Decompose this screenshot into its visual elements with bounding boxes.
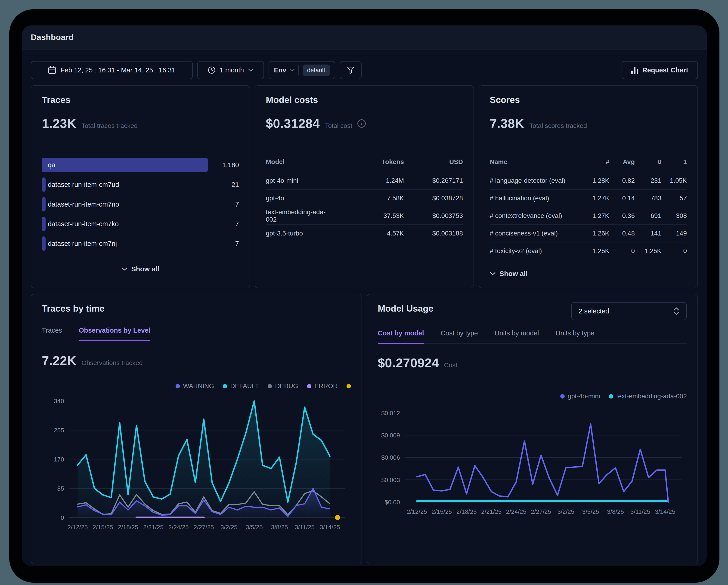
legend-dot <box>223 384 227 389</box>
card-title: Model Usage <box>378 303 434 314</box>
model-costs-card: Model costs $0.31284 Total cost i ModelT… <box>255 85 474 288</box>
table-cell: gpt-3.5-turbo <box>266 230 332 237</box>
legend-dot <box>560 394 565 399</box>
column-header-0: 0 <box>635 158 661 166</box>
trace-value: 7 <box>208 201 239 208</box>
trace-value: 7 <box>208 220 239 228</box>
time-window-dropdown[interactable]: 1 month <box>197 61 264 79</box>
legend-label: DEBUG <box>275 382 298 390</box>
legend-label: WARNING <box>183 382 214 390</box>
trace-bar <box>42 197 46 211</box>
svg-text:255: 255 <box>54 427 64 434</box>
chevron-down-icon <box>248 69 254 72</box>
filter-funnel-icon <box>347 66 355 74</box>
card-title: Traces <box>42 95 239 105</box>
chevron-down-icon <box>490 272 496 275</box>
table-cell: 1.25K <box>575 247 609 255</box>
column-header-name: Name <box>490 158 575 166</box>
env-value-badge[interactable]: default <box>303 64 330 76</box>
legend-dot <box>176 384 180 389</box>
table-cell: $0.267171 <box>404 177 463 184</box>
trace-bar <box>42 236 46 251</box>
divider <box>298 65 299 75</box>
card-title: Model costs <box>266 95 463 105</box>
card-title: Scores <box>490 95 687 105</box>
svg-text:3/5/25: 3/5/25 <box>582 508 599 515</box>
tab-traces[interactable]: Traces <box>42 327 62 341</box>
traces-card: Traces 1.23K Total traces tracked qa1,18… <box>31 85 250 288</box>
table-cell: 0 <box>609 247 635 255</box>
trace-value: 7 <box>208 240 239 247</box>
table-row: # language-detector (eval)1.28K0.822311.… <box>490 172 687 190</box>
svg-text:2/15/25: 2/15/25 <box>432 508 452 515</box>
table-header: Name#Avg01 <box>490 158 687 172</box>
traces-by-time-card: Traces by time TracesObservations by Lev… <box>31 294 362 564</box>
show-all-button[interactable]: Show all <box>490 270 687 277</box>
trace-label: qa <box>48 158 55 172</box>
metric-value: 1.23K <box>42 116 76 131</box>
filter-button[interactable] <box>340 61 362 79</box>
column-header-usd: USD <box>404 158 463 166</box>
legend-item-unlabeled <box>346 384 351 389</box>
model-usage-tabs: Cost by modelCost by typeUnits by modelU… <box>378 329 687 344</box>
svg-text:2/24/25: 2/24/25 <box>506 508 526 515</box>
table-cell: 1.24M <box>332 177 404 184</box>
table-row: # conciseness-v1 (eval)1.26K0.48141149 <box>490 225 687 242</box>
trace-row-qa[interactable]: qa1,180 <box>42 158 239 172</box>
trace-row-dataset-run-item-cm7no[interactable]: dataset-run-item-cm7no7 <box>42 197 239 211</box>
svg-text:2/15/25: 2/15/25 <box>93 524 113 531</box>
metric-value: 7.22K <box>42 353 76 368</box>
trace-bar-zone: dataset-run-item-cm7no <box>42 197 208 211</box>
show-all-button[interactable]: Show all <box>42 265 239 273</box>
trace-bar-list: qa1,180dataset-run-item-cm7ud21dataset-r… <box>42 158 239 251</box>
svg-text:2/27/25: 2/27/25 <box>193 524 214 531</box>
table-cell: 1.26K <box>575 230 609 237</box>
column-header-model: Model <box>266 158 332 166</box>
chevron-down-icon <box>122 267 127 271</box>
trace-label: dataset-run-item-cm7ko <box>48 217 119 231</box>
tab-cost-by-type[interactable]: Cost by type <box>441 329 478 344</box>
trace-row-dataset-run-item-cm7ud[interactable]: dataset-run-item-cm7ud21 <box>42 178 239 192</box>
table-cell: 691 <box>635 212 661 219</box>
column-header-avg: Avg <box>609 158 635 166</box>
svg-text:2/21/25: 2/21/25 <box>481 508 501 515</box>
trace-row-dataset-run-item-cm7ko[interactable]: dataset-run-item-cm7ko7 <box>42 217 239 231</box>
date-range-picker[interactable]: Feb 12, 25 : 16:31 - Mar 14, 25 : 16:31 <box>31 61 193 79</box>
svg-text:3/14/25: 3/14/25 <box>655 508 675 515</box>
legend-item-gpt-4o-mini: gpt-4o-mini <box>560 393 600 400</box>
model-select-dropdown[interactable]: 2 selected <box>571 302 687 320</box>
toolbar: Feb 12, 25 : 16:31 - Mar 14, 25 : 16:31 … <box>31 61 698 79</box>
legend-dot <box>268 384 272 389</box>
info-icon[interactable]: i <box>357 119 366 128</box>
legend-item-default: DEFAULT <box>223 382 259 390</box>
svg-text:$0.006: $0.006 <box>381 454 400 461</box>
svg-text:85: 85 <box>57 485 64 492</box>
time-window-value: 1 month <box>220 67 244 74</box>
toolbar-spacer <box>366 61 617 79</box>
column-header-item: # <box>575 158 609 166</box>
svg-text:$0.012: $0.012 <box>381 410 400 417</box>
env-filter[interactable]: Env default <box>268 61 335 79</box>
calendar-icon <box>48 66 56 74</box>
table-row: gpt-4o-mini1.24M$0.267171 <box>266 172 463 190</box>
tab-units-by-model[interactable]: Units by model <box>495 329 539 344</box>
column-header-tokens: Tokens <box>332 158 404 166</box>
table-cell: 0 <box>661 247 687 255</box>
request-chart-button[interactable]: Request Chart <box>622 61 698 79</box>
scores-table: Name#Avg01# language-detector (eval)1.28… <box>490 158 687 260</box>
tab-units-by-type[interactable]: Units by type <box>556 329 595 344</box>
legend-label: gpt-4o-mini <box>568 393 600 400</box>
table-cell: 308 <box>661 212 687 219</box>
trace-row-dataset-run-item-cm7nj[interactable]: dataset-run-item-cm7nj7 <box>42 236 239 251</box>
table-row: gpt-3.5-turbo4.57K$0.003188 <box>266 225 463 242</box>
table-cell: $0.003188 <box>404 230 463 237</box>
tab-observations-by-level[interactable]: Observations by Level <box>79 327 150 341</box>
tab-cost-by-model[interactable]: Cost by model <box>378 329 424 344</box>
table-cell: 7.58K <box>332 194 404 202</box>
observations-metric: 7.22K Observations tracked <box>42 353 351 368</box>
svg-text:0: 0 <box>60 514 64 521</box>
table-cell: text-embedding-ada-002 <box>266 208 332 223</box>
svg-text:2/18/25: 2/18/25 <box>457 508 477 515</box>
chevrons-up-down-icon <box>673 307 679 315</box>
trace-value: 1,180 <box>208 161 239 169</box>
